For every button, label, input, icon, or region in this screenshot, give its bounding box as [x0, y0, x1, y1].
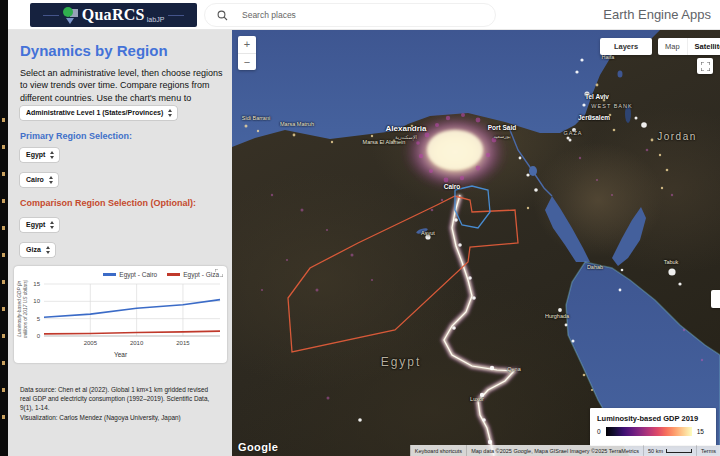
fullscreen-button[interactable]: [697, 58, 713, 74]
scale-line: [666, 449, 692, 453]
comparison-country-select[interactable]: Egypt: [20, 218, 59, 232]
map-geography-layer: [232, 30, 720, 456]
panel-title: Dynamics by Region: [20, 42, 168, 59]
chart-legend-item: Egypt - Cairo: [103, 271, 157, 278]
legend-line-swatch: [167, 273, 180, 276]
legend-max-value: 15: [697, 428, 704, 435]
svg-text:2005: 2005: [84, 340, 98, 346]
pegman-control[interactable]: [711, 290, 720, 308]
map-type-button[interactable]: Map: [658, 38, 687, 55]
svg-text:10: 10: [33, 298, 40, 304]
keyboard-shortcuts-link[interactable]: Keyboard shortcuts: [410, 445, 466, 456]
window-edge-strip: [0, 0, 8, 456]
earth-engine-app: QuaRCS labJP Search places Earth Engine …: [0, 0, 720, 456]
zoom-in-button[interactable]: +: [238, 36, 256, 54]
primary-country-select[interactable]: Egypt: [20, 148, 59, 162]
svg-text:0: 0: [37, 333, 41, 339]
stepper-icon: [50, 221, 54, 229]
visualization-credit: Visualization: Carlos Mendez (Nagoya Uni…: [20, 414, 218, 423]
admin-level-select[interactable]: Administrative Level 1 (States/Provinces…: [20, 106, 177, 120]
bitter-lake: [529, 166, 537, 176]
layers-button[interactable]: Layers: [600, 38, 652, 55]
trend-chart-card: Egypt - CairoEgypt - Giza 05101520052010…: [14, 266, 227, 363]
gulf-of-suez: [545, 196, 590, 262]
quarcs-logo-icon: [63, 7, 78, 23]
zoom-out-button[interactable]: −: [238, 54, 256, 71]
svg-text:2010: 2010: [130, 340, 144, 346]
map-data-attribution: Map data ©2025 Google, Mapa GISrael Imag…: [466, 445, 643, 456]
chart-legend-item: Egypt - Giza: [167, 271, 219, 278]
svg-text:2015: 2015: [176, 340, 190, 346]
terms-link[interactable]: Terms: [696, 445, 720, 456]
primary-region-select[interactable]: Cairo: [20, 173, 58, 187]
quarcs-logo[interactable]: QuaRCS labJP: [30, 3, 197, 27]
logo-circuit-line: [168, 15, 184, 16]
search-placeholder: Search places: [242, 10, 296, 20]
map-scale-bar: 50 km: [643, 445, 696, 456]
comparison-region-select[interactable]: Giza: [20, 243, 55, 257]
giza-region-outline: [288, 196, 518, 352]
legend-series-label: Egypt - Giza: [183, 271, 219, 278]
map-attribution-bar: Keyboard shortcuts Map data ©2025 Google…: [410, 445, 720, 456]
map-legend: Luminosity-based GDP 2019 0 15: [590, 408, 716, 446]
top-header: QuaRCS labJP Search places Earth Engine …: [0, 0, 720, 30]
logo-subtitle: labJP: [147, 16, 165, 23]
svg-text:15: 15: [33, 281, 40, 287]
fullscreen-icon: [701, 62, 710, 71]
legend-min-value: 0: [597, 428, 601, 435]
logo-title: QuaRCS: [82, 6, 145, 24]
legend-line-swatch: [103, 273, 116, 276]
search-input[interactable]: Search places: [204, 3, 496, 27]
line-chart[interactable]: 051015200520102015: [14, 280, 227, 350]
nile-valley-glow: [444, 195, 514, 456]
stepper-icon: [49, 176, 53, 184]
suez-canal: [508, 125, 552, 196]
stepper-icon: [50, 151, 54, 159]
legend-color-ramp: [606, 427, 692, 436]
chart-y-axis-label: Luminosity-based GDP (in millions of 201…: [17, 277, 29, 341]
search-icon: [217, 10, 228, 21]
satellite-type-button[interactable]: Satellite: [687, 38, 720, 55]
map-canvas[interactable]: Sidi Barrani Marsa Matruh Marsa El Alame…: [232, 30, 720, 456]
comparison-selection-heading: Comparison Region Selection (Optional):: [20, 198, 196, 208]
cairo-region-outline: [455, 186, 490, 228]
data-source-note: Data source: Chen et al (2022). Global 1…: [20, 386, 218, 413]
dead-sea: [625, 105, 631, 123]
chart-x-axis-label: Year: [14, 351, 227, 358]
sea-of-galilee: [618, 71, 623, 78]
stepper-icon: [46, 246, 50, 254]
primary-selection-heading: Primary Region Selection:: [20, 131, 132, 141]
stepper-icon: [168, 109, 172, 117]
legend-series-label: Egypt - Cairo: [119, 271, 157, 278]
chart-legend: Egypt - CairoEgypt - Giza: [14, 271, 219, 278]
google-logo: Google: [238, 441, 278, 453]
zoom-control: + −: [238, 36, 256, 70]
basemap-toggle: Map Satellite: [658, 38, 720, 55]
logo-circuit-line: [43, 15, 59, 16]
gulf-of-aqaba: [612, 207, 646, 266]
lake-qarun: [416, 227, 429, 235]
map-legend-title: Luminosity-based GDP 2019: [597, 414, 709, 423]
earth-engine-apps-label: Earth Engine Apps: [603, 7, 711, 22]
svg-text:5: 5: [37, 316, 41, 322]
control-panel: Dynamics by Region Select an administrat…: [8, 30, 232, 456]
